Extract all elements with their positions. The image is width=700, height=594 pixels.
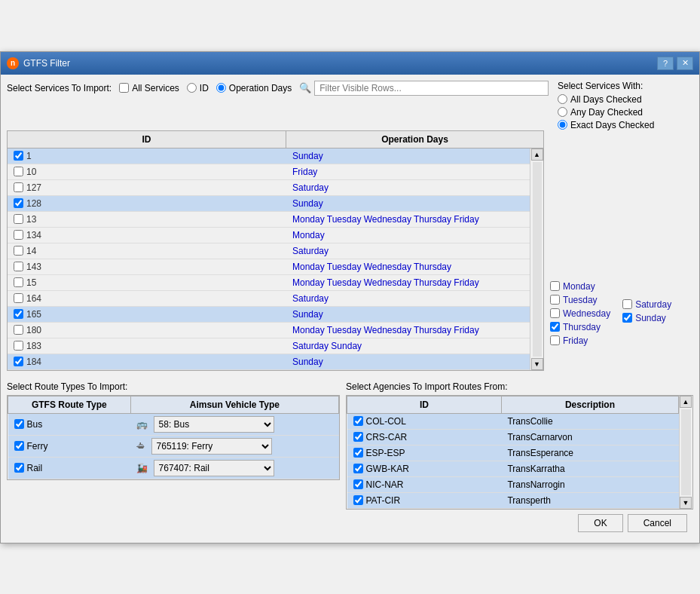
day-checkbox-row-saturday[interactable]: Saturday <box>622 299 671 310</box>
agency-checkbox-row[interactable]: COL-COL <box>353 416 496 427</box>
route-type-row[interactable]: Rail 🚂 767407: Rail <box>8 457 339 479</box>
ok-button[interactable]: OK <box>578 514 622 532</box>
row-checkbox[interactable] <box>14 230 23 240</box>
row-id: 180 <box>26 325 41 335</box>
exact-days-radio-row[interactable]: Exact Days Checked <box>558 120 693 130</box>
table-row[interactable]: 127 Saturday <box>8 180 530 196</box>
operation-days-radio[interactable] <box>216 83 226 93</box>
route-type-row[interactable]: Bus 🚌 58: Bus <box>8 413 339 435</box>
route-type-checkbox[interactable] <box>14 441 24 451</box>
vehicle-type-cell: 🚌 58: Bus <box>130 413 338 435</box>
table-row[interactable]: 165 Sunday <box>8 307 530 323</box>
agency-checkbox[interactable] <box>353 495 363 505</box>
table-row[interactable]: 180 Monday Tuesday Wednesday Thursday Fr… <box>8 323 530 338</box>
agency-checkbox[interactable] <box>353 479 363 489</box>
route-type-checkbox-row[interactable]: Bus <box>14 419 125 430</box>
agency-checkbox-row[interactable]: PAT-CIR <box>353 495 496 506</box>
id-radio[interactable] <box>187 83 197 93</box>
agency-row[interactable]: COL-COL TransCollie <box>347 413 679 429</box>
row-checkbox[interactable] <box>14 151 23 161</box>
vehicle-type-select[interactable]: 58: Bus <box>154 416 274 433</box>
scroll-up-btn[interactable]: ▲ <box>531 148 543 161</box>
agency-checkbox-row[interactable]: ESP-ESP <box>353 448 496 458</box>
row-checkbox[interactable] <box>14 214 23 224</box>
route-type-checkbox-row[interactable]: Rail <box>14 463 125 473</box>
row-checkbox[interactable] <box>14 198 23 208</box>
agency-id-cell: NIC-NAR <box>347 476 502 492</box>
route-type-checkbox[interactable] <box>14 419 24 429</box>
any-day-radio[interactable] <box>558 107 567 117</box>
agency-row[interactable]: ESP-ESP TransEsperance <box>347 445 679 461</box>
row-checkbox[interactable] <box>14 262 23 271</box>
agency-checkbox-row[interactable]: CRS-CAR <box>353 432 496 442</box>
agency-checkbox[interactable] <box>353 432 363 442</box>
row-id: 13 <box>26 214 36 225</box>
agency-checkbox[interactable] <box>353 448 363 458</box>
day-checkbox-monday[interactable] <box>550 281 560 291</box>
table-row[interactable]: 15 Monday Tuesday Wednesday Thursday Fri… <box>8 275 530 291</box>
agency-checkbox-row[interactable]: NIC-NAR <box>353 479 496 490</box>
day-checkbox-sunday[interactable] <box>622 313 632 323</box>
row-checkbox[interactable] <box>14 309 23 319</box>
table-row[interactable]: 1 Sunday <box>8 148 530 164</box>
row-checkbox[interactable] <box>14 246 23 256</box>
row-checkbox[interactable] <box>14 293 23 303</box>
help-button[interactable]: ? <box>657 57 674 70</box>
table-row[interactable]: 184 Sunday <box>8 354 530 370</box>
agencies-scroll-down-btn[interactable]: ▼ <box>680 497 692 509</box>
agency-row[interactable]: NIC-NAR TransNarrogin <box>347 476 679 492</box>
day-checkbox-row-tuesday[interactable]: Tuesday <box>550 295 610 305</box>
row-checkbox[interactable] <box>14 325 23 335</box>
agency-checkbox[interactable] <box>353 416 363 426</box>
id-radio-row[interactable]: ID <box>187 83 209 93</box>
route-type-checkbox[interactable] <box>14 463 24 473</box>
day-checkbox-row-friday[interactable]: Friday <box>550 335 610 346</box>
table-row[interactable]: 183 Saturday Sunday <box>8 338 530 354</box>
day-checkbox-row-wednesday[interactable]: Wednesday <box>550 308 610 319</box>
agencies-scroll-up-btn[interactable]: ▲ <box>680 396 692 408</box>
any-day-radio-row[interactable]: Any Day Checked <box>558 107 693 118</box>
scroll-down-btn[interactable]: ▼ <box>531 358 543 370</box>
row-checkbox[interactable] <box>14 182 23 192</box>
agency-desc: Transperth <box>507 495 551 506</box>
all-days-radio[interactable] <box>558 94 567 104</box>
agency-row[interactable]: PAT-CIR Transperth <box>347 492 679 508</box>
agency-row[interactable]: CRS-CAR TransCarnarvon <box>347 429 679 445</box>
agency-checkbox-row[interactable]: GWB-KAR <box>353 464 496 474</box>
operation-days-radio-row[interactable]: Operation Days <box>216 83 292 93</box>
vehicle-type-select[interactable]: 767407: Rail <box>154 460 274 476</box>
all-services-checkbox[interactable] <box>119 83 129 93</box>
table-row[interactable]: 13 Monday Tuesday Wednesday Thursday Fri… <box>8 212 530 228</box>
exact-days-radio[interactable] <box>558 120 567 130</box>
row-checkbox[interactable] <box>14 341 23 351</box>
filter-input[interactable] <box>314 81 549 96</box>
day-checkbox-saturday[interactable] <box>622 299 632 309</box>
table-row[interactable]: 10 Friday <box>8 164 530 180</box>
day-checkbox-thursday[interactable] <box>550 322 560 332</box>
row-checkbox[interactable] <box>14 167 23 176</box>
day-label-wednesday: Wednesday <box>563 308 610 319</box>
table-row[interactable]: 14 Saturday <box>8 243 530 259</box>
day-checkbox-row-sunday[interactable]: Sunday <box>622 313 671 323</box>
agency-desc-cell: TransEsperance <box>501 445 678 461</box>
close-button[interactable]: ✕ <box>677 57 693 70</box>
cancel-button[interactable]: Cancel <box>628 514 687 532</box>
day-checkbox-friday[interactable] <box>550 335 560 345</box>
agency-row[interactable]: GWB-KAR TransKarratha <box>347 461 679 476</box>
row-checkbox[interactable] <box>14 277 23 287</box>
table-row[interactable]: 164 Saturday <box>8 291 530 307</box>
route-type-row[interactable]: Ferry ⛴ 765119: Ferry <box>8 435 339 457</box>
table-row[interactable]: 143 Monday Tuesday Wednesday Thursday <box>8 259 530 275</box>
row-checkbox[interactable] <box>14 357 23 366</box>
route-type-checkbox-row[interactable]: Ferry <box>14 441 125 452</box>
day-checkbox-row-thursday[interactable]: Thursday <box>550 322 610 332</box>
table-row[interactable]: 128 Sunday <box>8 196 530 212</box>
agency-checkbox[interactable] <box>353 464 363 473</box>
day-checkbox-wednesday[interactable] <box>550 308 560 318</box>
vehicle-type-select[interactable]: 765119: Ferry <box>151 438 272 455</box>
table-row[interactable]: 134 Monday <box>8 228 530 243</box>
day-checkbox-row-monday[interactable]: Monday <box>550 281 610 292</box>
day-checkbox-tuesday[interactable] <box>550 295 560 305</box>
all-days-radio-row[interactable]: All Days Checked <box>558 94 693 105</box>
all-services-checkbox-row[interactable]: All Services <box>119 83 179 93</box>
